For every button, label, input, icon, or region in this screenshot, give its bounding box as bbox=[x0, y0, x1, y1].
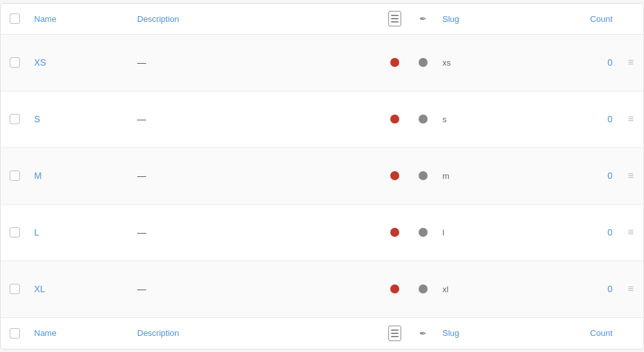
row-name-cell-m: M bbox=[29, 171, 132, 181]
row-gray-dot-cell-s bbox=[409, 115, 437, 124]
row-checkbox-cell[interactable] bbox=[1, 227, 29, 237]
row-drag-cell-s[interactable]: ≡ bbox=[618, 114, 643, 124]
row-slug-cell-s: s bbox=[437, 115, 540, 124]
row-count-cell-xs: 0 bbox=[540, 57, 618, 68]
pen-icon: ✒ bbox=[419, 14, 427, 24]
footer-count-cell: Count bbox=[540, 328, 618, 338]
row-drag-cell-m[interactable]: ≡ bbox=[618, 171, 643, 181]
row-red-dot-cell-l bbox=[381, 228, 409, 237]
row-count-m: 0 bbox=[607, 171, 612, 181]
row-count-cell-xl: 0 bbox=[540, 284, 618, 294]
row-checkbox-cell[interactable] bbox=[1, 57, 29, 68]
row-description-cell-s: — bbox=[132, 114, 381, 124]
header-pen-icon-cell: ✒ bbox=[409, 14, 437, 24]
row-checkbox-l[interactable] bbox=[10, 227, 20, 237]
table-header: Name Description ✒ Slug Count bbox=[1, 4, 643, 35]
row-slug-cell-l: l bbox=[437, 228, 540, 237]
footer-list-icon-line1 bbox=[391, 329, 399, 331]
row-description-cell-xl: — bbox=[132, 284, 381, 294]
footer-select-all-checkbox[interactable] bbox=[10, 328, 20, 338]
footer-pen-icon-cell: ✒ bbox=[409, 328, 437, 338]
footer-name-cell: Name bbox=[29, 328, 132, 338]
table-footer: Name Description ✒ Slug Count bbox=[1, 318, 643, 349]
drag-handle-xl[interactable]: ≡ bbox=[628, 284, 633, 294]
row-name-cell-s: S bbox=[29, 114, 132, 124]
status-dot-red-xl bbox=[390, 284, 399, 293]
drag-handle-xs[interactable]: ≡ bbox=[628, 57, 633, 68]
status-dot-red-m bbox=[390, 171, 399, 180]
row-name-cell-xs: XS bbox=[29, 57, 132, 68]
row-drag-cell-xl[interactable]: ≡ bbox=[618, 284, 643, 294]
footer-description-cell: Description bbox=[132, 328, 381, 338]
row-name-s: S bbox=[34, 114, 40, 124]
row-slug-l: l bbox=[442, 228, 444, 237]
row-gray-dot-cell-xl bbox=[409, 284, 437, 293]
row-slug-xl: xl bbox=[442, 284, 448, 294]
row-red-dot-cell-xs bbox=[381, 58, 409, 67]
row-count-cell-m: 0 bbox=[540, 171, 618, 181]
drag-handle-s[interactable]: ≡ bbox=[628, 114, 633, 124]
row-description-m: — bbox=[137, 171, 146, 181]
status-dot-red-xs bbox=[390, 58, 399, 67]
row-count-cell-s: 0 bbox=[540, 114, 618, 124]
list-icon bbox=[388, 11, 401, 26]
row-description-l: — bbox=[137, 227, 146, 237]
row-checkbox-s[interactable] bbox=[10, 114, 20, 124]
row-name-m: M bbox=[34, 171, 42, 181]
row-slug-m: m bbox=[442, 171, 450, 181]
table-row: M — m 0 ≡ bbox=[1, 148, 643, 205]
header-count-label: Count bbox=[590, 14, 612, 24]
footer-pen-icon: ✒ bbox=[419, 328, 427, 338]
row-name-xs: XS bbox=[34, 57, 46, 68]
header-description-label: Description bbox=[137, 14, 179, 24]
footer-slug-label: Slug bbox=[442, 328, 459, 338]
row-checkbox-xl[interactable] bbox=[10, 284, 20, 294]
row-checkbox-cell[interactable] bbox=[1, 171, 29, 181]
row-slug-cell-m: m bbox=[437, 171, 540, 181]
table-row: XL — xl 0 ≡ bbox=[1, 261, 643, 318]
row-slug-xs: xs bbox=[442, 58, 451, 68]
footer-list-icon bbox=[388, 326, 401, 341]
status-dot-gray-l bbox=[419, 228, 428, 237]
row-gray-dot-cell-m bbox=[409, 171, 437, 180]
row-description-s: — bbox=[137, 114, 146, 124]
row-drag-cell-xs[interactable]: ≡ bbox=[618, 57, 643, 68]
row-name-cell-l: L bbox=[29, 227, 132, 237]
status-dot-gray-xl bbox=[419, 284, 428, 293]
table-row: XS — xs 0 ≡ bbox=[1, 35, 643, 91]
row-gray-dot-cell-l bbox=[409, 228, 437, 237]
row-checkbox-m[interactable] bbox=[10, 171, 20, 181]
status-dot-gray-xs bbox=[419, 58, 428, 67]
drag-handle-m[interactable]: ≡ bbox=[628, 171, 633, 181]
select-all-checkbox[interactable] bbox=[10, 14, 20, 24]
row-description-cell-m: — bbox=[132, 171, 381, 181]
row-slug-cell-xl: xl bbox=[437, 284, 540, 294]
row-checkbox-cell[interactable] bbox=[1, 114, 29, 124]
footer-list-icon-cell bbox=[381, 326, 409, 341]
row-slug-s: s bbox=[442, 115, 447, 124]
data-table: Name Description ✒ Slug Count XS bbox=[0, 3, 644, 349]
drag-handle-l[interactable]: ≡ bbox=[628, 227, 633, 237]
header-count-cell: Count bbox=[540, 14, 618, 24]
footer-count-label: Count bbox=[590, 328, 612, 338]
table-row: L — l 0 ≡ bbox=[1, 205, 643, 261]
row-red-dot-cell-m bbox=[381, 171, 409, 180]
row-name-cell-xl: XL bbox=[29, 284, 132, 294]
row-checkbox-cell[interactable] bbox=[1, 284, 29, 294]
row-count-l: 0 bbox=[607, 227, 612, 237]
header-list-icon-cell bbox=[381, 11, 409, 26]
header-checkbox-cell[interactable] bbox=[1, 14, 29, 24]
list-icon-line1 bbox=[391, 15, 399, 16]
row-red-dot-cell-xl bbox=[381, 284, 409, 293]
row-name-l: L bbox=[34, 227, 39, 237]
row-name-xl: XL bbox=[34, 284, 45, 294]
status-dot-gray-s bbox=[419, 115, 428, 124]
footer-slug-cell: Slug bbox=[437, 328, 540, 338]
header-name-cell: Name bbox=[29, 14, 132, 24]
footer-list-icon-line3 bbox=[391, 336, 399, 337]
row-checkbox-xs[interactable] bbox=[10, 57, 20, 68]
row-count-s: 0 bbox=[607, 114, 612, 124]
row-description-xs: — bbox=[137, 57, 146, 68]
footer-checkbox-cell[interactable] bbox=[1, 328, 29, 338]
row-drag-cell-l[interactable]: ≡ bbox=[618, 227, 643, 237]
